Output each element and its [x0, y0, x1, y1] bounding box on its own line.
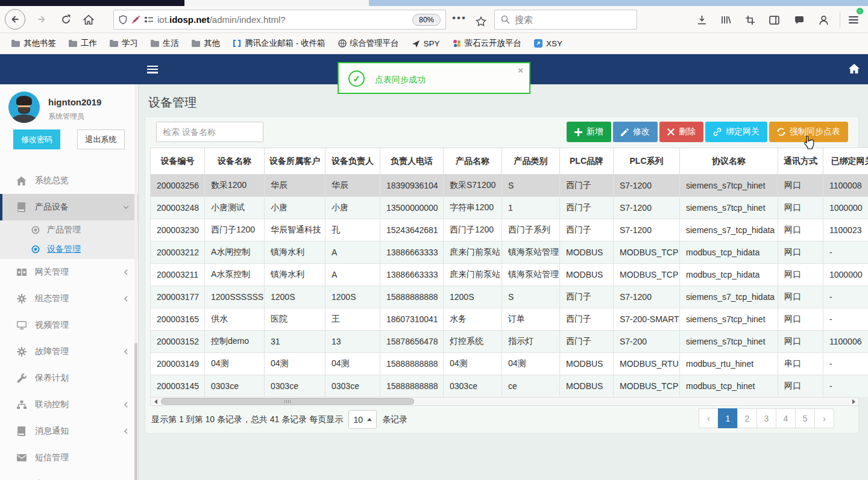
sidebar-menu-item[interactable]: 视频管理	[0, 312, 138, 338]
shield-icon[interactable]	[119, 15, 127, 25]
bookmark-item[interactable]: 综合管理平台	[333, 36, 404, 51]
page-button[interactable]: ›	[814, 408, 834, 428]
table-row[interactable]: 200003256数采1200华辰华辰18390936104数采S71200S西…	[151, 175, 868, 197]
sidebar-menu-item[interactable]: 网关管理	[0, 259, 138, 285]
tracking-blocked-icon[interactable]	[131, 15, 140, 24]
sidebar-menu-item[interactable]: 大屏管理	[0, 471, 138, 480]
sidebar-scrollbar[interactable]	[134, 84, 137, 480]
table-row[interactable]: 2000031450303ce0303ce0303ce1588888888803…	[151, 375, 868, 397]
submenu-item[interactable]: 设备管理	[0, 240, 138, 259]
page-button[interactable]: 1	[718, 408, 738, 428]
bookmark-star-icon[interactable]	[471, 11, 491, 32]
column-header[interactable]: PLC系列	[614, 148, 680, 175]
account-icon[interactable]	[815, 11, 832, 28]
sidebar-toggle-icon[interactable]	[766, 11, 782, 28]
column-header[interactable]: 产品名称	[444, 148, 502, 175]
sidebar-collapse-icon[interactable]	[147, 64, 158, 75]
sidebar-menu-item[interactable]: 组态管理	[0, 285, 138, 312]
browser-search-box[interactable]	[494, 10, 637, 30]
sidebar-menu-item[interactable]: 产品设备	[0, 194, 138, 220]
column-header[interactable]: 通讯方式	[778, 148, 823, 175]
toolbar-button[interactable]: 修改	[613, 122, 658, 142]
reload-button[interactable]	[55, 9, 76, 30]
column-header[interactable]: PLC品牌	[560, 148, 614, 175]
toolbar-button[interactable]: 绑定网关	[705, 122, 767, 142]
home-button[interactable]	[78, 9, 99, 30]
bookmark-item[interactable]: XSY	[529, 37, 568, 50]
table-row[interactable]: 200003212A水闸控制镇海水利A13886663333庶来门前泵站镇海泵站…	[151, 242, 868, 264]
sidebar-menu-item[interactable]: 短信管理	[0, 444, 138, 471]
scrollbar-thumb[interactable]	[161, 398, 414, 405]
scroll-right-icon[interactable]	[849, 399, 858, 404]
table-row[interactable]: 200003248小唐测试小唐小唐13500000000字符串12001西门子S…	[151, 197, 868, 219]
page-button[interactable]: 4	[776, 408, 796, 428]
column-header[interactable]: 设备所属客户	[265, 148, 326, 175]
logout-button[interactable]: 退出系统	[77, 129, 125, 149]
submenu-item[interactable]: 产品管理	[0, 220, 138, 240]
app-home-icon[interactable]	[849, 64, 860, 73]
table-cell: 华辰	[326, 175, 380, 197]
url-bar[interactable]: iot.idosp.net/admin/index.html? 80%	[113, 10, 446, 30]
avatar[interactable]	[8, 92, 40, 123]
table-cell: 15888888888	[380, 375, 444, 397]
page-button[interactable]: 2	[737, 408, 757, 428]
toolbar-button[interactable]: 删除	[659, 122, 703, 142]
chevron-icon	[122, 269, 130, 276]
bookmark-item[interactable]: 腾讯企业邮箱 - 收件箱	[227, 36, 331, 51]
column-header[interactable]: 已绑定网关	[823, 148, 868, 175]
permissions-icon[interactable]	[145, 16, 153, 23]
bookmark-item[interactable]: 生活	[145, 36, 184, 51]
forward-button[interactable]	[31, 9, 52, 30]
column-header[interactable]: 设备名称	[205, 148, 265, 175]
table-row[interactable]: 200003165供水医院王18607310041水务订单西门子S7-200-S…	[151, 308, 868, 331]
page-button[interactable]: ‹	[699, 408, 719, 428]
zoom-level-badge[interactable]: 80%	[412, 14, 441, 26]
toolbar-button[interactable]: 新增	[567, 122, 611, 142]
messages-bubble-icon[interactable]	[791, 11, 808, 28]
page-button[interactable]: 3	[756, 408, 776, 428]
sidebar-menu-item[interactable]: 消息通知	[0, 418, 138, 444]
page-actions-button[interactable]: •••	[452, 12, 467, 24]
device-search-input[interactable]	[156, 122, 263, 142]
table-cell: 15243642681	[380, 219, 444, 242]
bookmark-item[interactable]: 其他	[186, 36, 225, 51]
table-row[interactable]: 200003211A水泵控制镇海水利A13886663333庶来门前泵站镇海泵站…	[151, 264, 868, 286]
column-header[interactable]: 负责人电话	[380, 148, 444, 175]
table-row[interactable]: 2000031771200SSSSSS1200S1200S15888888888…	[151, 286, 868, 308]
table-row[interactable]: 200003152控制demo311315878656478灯控系统指示灯西门子…	[151, 331, 868, 353]
scroll-left-icon[interactable]	[151, 399, 160, 404]
library-icon[interactable]	[717, 11, 734, 28]
page-size-select[interactable]: 10	[348, 410, 377, 429]
browser-search-input[interactable]	[515, 14, 617, 25]
back-button[interactable]	[5, 9, 25, 30]
sidebar-menu-item[interactable]: 系统总览	[0, 167, 138, 194]
bookmark-item[interactable]: SPY	[406, 37, 445, 50]
page-button[interactable]: 5	[795, 408, 815, 428]
table-row[interactable]: 20000314904测04测04测1588888888804测04测MODBU…	[151, 353, 868, 375]
change-password-button[interactable]: 修改密码	[13, 129, 60, 149]
bookmark-item[interactable]: 萤石云开放平台	[447, 36, 527, 51]
bookmark-item[interactable]: 其他书签	[6, 36, 61, 51]
column-header[interactable]: 设备编号	[151, 148, 205, 175]
table-row[interactable]: 200003230西门子1200华辰智通科技孔15243642681西门子120…	[151, 219, 868, 242]
app-menu-icon[interactable]: ↑	[845, 11, 862, 28]
toast-close-icon[interactable]: ×	[518, 65, 523, 75]
tab-strip-active-tab[interactable]	[184, 0, 369, 6]
column-header[interactable]: 协议名称	[680, 148, 778, 175]
table-cell: 04测	[444, 353, 502, 375]
toolbar-button[interactable]: 强制同步点表	[769, 122, 848, 142]
column-header[interactable]: 产品类别	[502, 148, 560, 175]
downloads-icon[interactable]	[693, 11, 710, 28]
url-domain: idosp.net	[169, 14, 210, 25]
table-cell: -	[823, 308, 868, 331]
bookmark-label: 工作	[81, 38, 97, 49]
crop-tool-icon[interactable]	[741, 11, 758, 28]
toolbar-button-label: 新增	[587, 126, 603, 137]
sidebar-menu-item[interactable]: 保养计划	[0, 365, 138, 391]
sidebar-menu-item[interactable]: 联动控制	[0, 391, 138, 418]
column-header[interactable]: 设备负责人	[326, 148, 380, 175]
sidebar-menu-item[interactable]: 故障管理	[0, 338, 138, 365]
url-text[interactable]: iot.idosp.net/admin/index.html?	[157, 14, 408, 25]
bookmark-item[interactable]: 工作	[63, 36, 102, 51]
bookmark-item[interactable]: 学习	[104, 36, 143, 51]
